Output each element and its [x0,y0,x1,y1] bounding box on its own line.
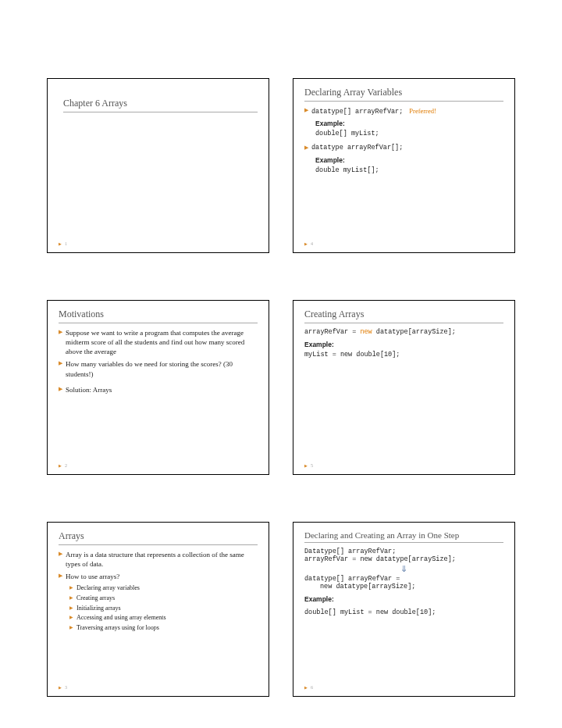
code-line: double[] myList = new double[10]; [304,608,503,616]
bullet-arrow-icon: ▶ [59,385,62,394]
slide-2: Motivations ▶ Suppose we want to write a… [47,300,269,475]
page-number: 3 [65,685,67,690]
slide-5: Creating Arrays arrayRefVar = new dataty… [293,300,515,475]
bullet-arrow-icon: ▶ [304,106,308,116]
code-line: myList = new double[10]; [304,351,503,359]
page-number: 6 [311,685,313,690]
slide-footer: ▶ 3 [59,685,258,690]
slide-grid: Chapter 6 Arrays ▶ 1 Declaring Array Var… [47,78,515,697]
bullet-arrow-icon: ▶ [59,328,62,356]
slide-footer: ▶ 1 [59,241,258,246]
example-label: Example: [304,341,503,348]
slide-title: Declaring Array Variables [304,87,503,102]
page-number: 4 [311,241,313,246]
page-number: 1 [65,241,67,246]
bullet-text: How many variables do we need for storin… [66,359,258,378]
page-number: 5 [311,463,313,468]
sub-bullet-arrow-icon: ▶ [69,594,73,602]
sub-bullet-text: Declaring array variables [76,584,140,592]
sub-bullet-arrow-icon: ▶ [69,614,73,622]
slide-3: Arrays ▶ Array is a data structure that … [47,522,269,697]
footer-arrow-icon: ▶ [304,685,308,690]
bullet-arrow-icon: ▶ [59,572,62,581]
example-label: Example: [304,595,503,603]
sub-bullet-text: Creating arrays [76,594,115,602]
example-label: Example: [315,156,503,164]
bullet-arrow-icon: ▶ [304,144,308,152]
slide-title: Arrays [59,530,258,545]
code-line: double[] myList; [315,130,503,137]
bullet-text: Array is a data structure that represent… [66,550,258,569]
bullet-text: Suppose we want to write a program that … [66,328,258,356]
sub-bullet-text: Initializing arrays [76,605,121,612]
slide-title: Creating Arrays [304,309,503,323]
bullet-arrow-icon: ▶ [59,550,62,569]
slide-1: Chapter 6 Arrays ▶ 1 [47,78,269,253]
code-line: datatype arrayRefVar[]; [311,144,403,152]
slide-6: Declaring and Creating an Array in One S… [293,522,515,697]
code-line: arrayRefVar = new datatype[arraySize]; [304,328,503,336]
code-line: double myList[]; [315,166,503,174]
slide-title: Chapter 6 Arrays [63,98,258,112]
example-label: Example: [315,120,503,127]
footer-arrow-icon: ▶ [59,685,62,690]
bullet-text: How to use arrays? [66,572,119,581]
slide-title: Declaring and Creating an Array in One S… [304,530,503,543]
sub-bullet-arrow-icon: ▶ [69,584,73,592]
bullet-arrow-icon: ▶ [59,359,62,378]
code-line: arrayRefVar = new datatype[arraySize]; [304,555,503,563]
code-line: Datatype[] arrayRefVar; [304,548,503,555]
sub-bullet-arrow-icon: ▶ [69,605,73,612]
down-arrow-icon: ⇓ [304,565,503,573]
footer-arrow-icon: ▶ [304,241,308,246]
page-number: 2 [65,463,67,468]
slide-footer: ▶ 4 [304,241,503,246]
sub-bullet-arrow-icon: ▶ [69,624,73,632]
footer-arrow-icon: ▶ [59,463,62,468]
footer-arrow-icon: ▶ [304,463,308,468]
slide-footer: ▶ 2 [59,463,258,468]
slide-4: Declaring Array Variables ▶ datatype[] a… [293,78,515,253]
code-line: new datatype[arraySize]; [320,583,503,591]
code-line: datatype[] arrayRefVar = [304,575,503,583]
code-line: datatype[] arrayRefVar;Preferred! [311,106,436,116]
footer-arrow-icon: ▶ [59,241,62,246]
sub-bullet-text: Accessing and using array elements [76,614,166,622]
slide-title: Motivations [59,309,258,323]
bullet-text: Solution: Arrays [66,385,112,394]
sub-bullet-text: Traversing arrays using for loops [76,624,159,632]
slide-footer: ▶ 6 [304,685,503,690]
slide-footer: ▶ 5 [304,463,503,468]
